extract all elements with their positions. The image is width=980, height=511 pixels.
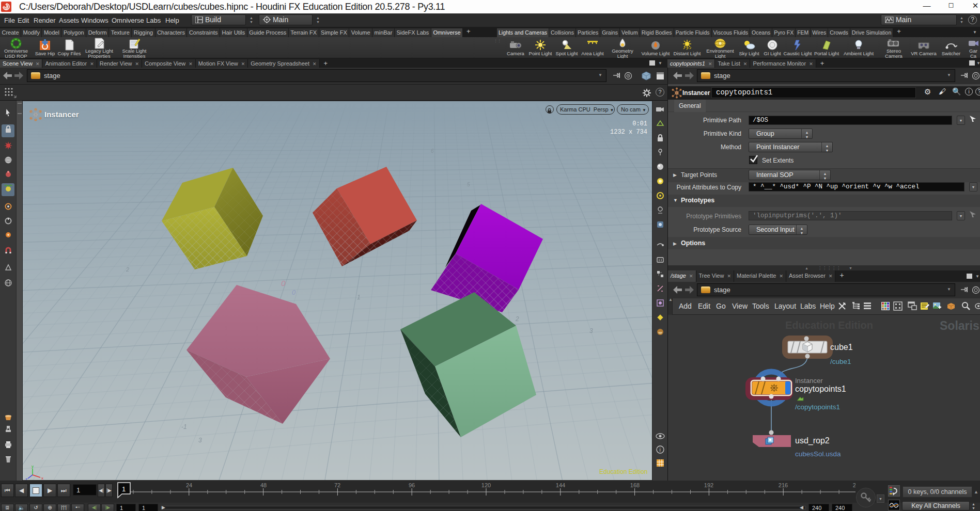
svg-text:-1: -1 [181, 423, 187, 430]
svg-text:z: z [25, 477, 27, 480]
svg-text:120: 120 [481, 482, 491, 488]
svg-text:240: 240 [853, 482, 855, 488]
svg-text:168: 168 [630, 482, 640, 488]
svg-text:192: 192 [704, 482, 713, 488]
svg-text:6: 6 [431, 148, 434, 154]
svg-text:3: 3 [589, 327, 593, 334]
svg-text:2: 2 [515, 315, 519, 323]
svg-text:48: 48 [260, 482, 267, 488]
svg-text:24: 24 [186, 482, 192, 488]
svg-text:96: 96 [409, 482, 415, 488]
svg-text:2: 2 [126, 266, 129, 273]
svg-text:1: 1 [122, 485, 126, 493]
svg-text:3: 3 [198, 437, 202, 444]
svg-text:144: 144 [556, 482, 565, 488]
svg-text:0: 0 [281, 279, 286, 288]
svg-text:1: 1 [357, 294, 361, 301]
svg-text:y: y [32, 464, 34, 469]
svg-text:216: 216 [779, 482, 788, 488]
svg-text:5: 5 [467, 182, 470, 187]
svg-text:i: i [660, 447, 661, 453]
svg-text:72: 72 [334, 482, 340, 488]
svg-text:x: x [41, 476, 43, 480]
svg-text:0: 0 [292, 289, 296, 296]
